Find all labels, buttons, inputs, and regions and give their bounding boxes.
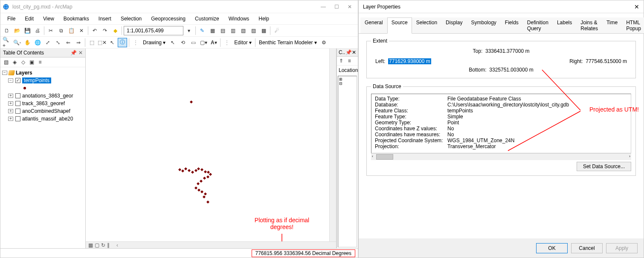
vertical-scrollbar[interactable] [329,49,336,241]
layer-item[interactable]: − ✓ tempPoints [2,77,84,84]
close-button[interactable]: ✕ [348,4,352,10]
checkbox-unchecked[interactable] [15,116,20,121]
tab-time[interactable]: Time [602,17,622,33]
back-icon[interactable]: ⇐ [64,38,73,47]
data-source-box[interactable]: Data Type:File Geodatabase Feature Class… [371,94,631,153]
pause-icon[interactable]: ∥ [107,242,110,248]
editor-toolbar-label[interactable]: Editor ▾ [232,40,253,46]
editor-toolbar-icon[interactable]: ✎ [197,26,207,35]
tab-fields[interactable]: Fields [501,17,523,33]
catalog-tab-label[interactable]: C.. [339,49,345,55]
model-builder-icon[interactable]: ▩ [259,26,268,35]
menu-view[interactable]: View [39,14,58,23]
select-features-icon[interactable]: ⬚ [87,38,96,47]
list-by-visibility-icon[interactable]: ◇ [19,58,27,66]
tree-root[interactable]: − Layers [2,69,84,77]
rect-icon[interactable]: ▢▾ [199,38,208,47]
extent-left-value[interactable]: 771629.938000 m [388,58,431,64]
tab-source[interactable]: Source [387,17,412,34]
tab-selection[interactable]: Selection [412,17,441,33]
delete-icon[interactable]: ✕ [77,26,86,35]
options-icon[interactable]: ≡ [36,58,44,66]
add-data-icon[interactable]: ◆ [110,26,120,35]
tab-symbology[interactable]: Symbology [467,17,500,33]
close-icon[interactable]: ✕ [634,3,639,10]
maximize-button[interactable]: ☐ [334,4,339,10]
tab-general[interactable]: General [360,17,387,33]
forward-icon[interactable]: ⇒ [74,38,83,47]
pin-icon[interactable]: 📌 [70,50,77,56]
full-extent-icon[interactable]: 🌐 [33,38,42,47]
scale-value[interactable] [126,27,181,34]
expand-icon[interactable]: ⊞ [339,77,356,81]
ds-horizontal-scrollbar[interactable]: ‹ › [371,153,631,160]
list-by-drawing-icon[interactable]: ▧ [2,58,10,66]
data-view-tab[interactable]: ▦ [88,242,93,248]
menu-geoprocessing[interactable]: Geoprocessing [147,14,190,23]
menu-file[interactable]: File [3,14,20,23]
rotate-icon[interactable]: ⟲ [178,38,188,47]
tab-definition-query[interactable]: Definition Query [523,17,553,33]
open-icon[interactable]: 📂 [12,26,22,35]
text-icon[interactable]: A▾ [209,38,218,47]
set-data-source-button[interactable]: Set Data Source... [577,162,631,171]
expand-icon[interactable]: + [8,109,13,113]
btm-toolbar-label[interactable]: Benthic Terrain Modeler ▾ [257,40,319,46]
layer-item[interactable]: + anotations_3863_geor [2,92,84,100]
python-icon[interactable]: ▨ [249,26,258,35]
collapse-icon[interactable]: − [8,78,13,83]
cancel-button[interactable]: Cancel [571,243,603,253]
collapse-icon[interactable]: − [2,71,7,75]
minimize-button[interactable]: — [321,4,326,10]
scroll-left-icon[interactable]: ‹ [116,242,118,248]
arctoolbox-icon[interactable]: ▧ [238,26,248,35]
checkbox-unchecked[interactable] [15,109,20,114]
paste-icon[interactable]: 📋 [67,26,76,35]
new-icon[interactable]: 🗋 [2,26,12,35]
close-icon[interactable]: ✕ [78,50,83,56]
table-icon[interactable]: ▦ [208,26,217,35]
checkbox-unchecked[interactable] [15,101,20,106]
cut-icon[interactable]: ✂ [46,26,55,35]
save-icon[interactable]: 💾 [23,26,32,35]
tab-joins-relates[interactable]: Joins & Relates [576,17,602,33]
checkbox-unchecked[interactable] [15,93,20,98]
zoom-out-icon[interactable]: 🔍- [12,38,22,47]
menu-windows[interactable]: Windows [224,14,254,23]
pointer-icon[interactable]: ↖ [168,38,177,47]
menu-customize[interactable]: Customize [191,14,223,23]
refresh-icon[interactable]: ↻ [101,242,105,248]
tab-labels[interactable]: Labels [553,17,576,33]
menu-insert[interactable]: Insert [94,14,116,23]
select-elements-icon[interactable]: ↖ [107,38,117,47]
menu-edit[interactable]: Edit [20,14,38,23]
layer-item[interactable]: + atlantis_massif_abe20 [2,115,84,123]
up-icon[interactable]: ⇑ [338,57,345,64]
menu-help[interactable]: Help [254,14,273,23]
redo-icon[interactable]: ↷ [100,26,110,35]
copy-icon[interactable]: ⧉ [56,26,66,35]
fixed-zoom-out-icon[interactable]: ⤡ [53,38,63,47]
scale-dropdown-icon[interactable]: ▾ [184,26,194,35]
list-by-selection-icon[interactable]: ▣ [28,58,35,66]
collapse-icon[interactable]: ⊟ [339,81,356,86]
ok-button[interactable]: OK [536,243,568,253]
catalog-tree[interactable]: ⊞ ⊟ [338,76,357,247]
list-by-source-icon[interactable]: ◈ [11,58,18,66]
drawing-toolbar-label[interactable]: Drawing ▾ [141,40,167,46]
search-icon[interactable]: ▥ [228,26,238,35]
zoom-in-icon[interactable]: 🔍+ [2,38,12,47]
scrollbar-thumb[interactable] [376,154,393,160]
expand-icon[interactable]: + [8,117,13,121]
horizontal-scrollbar[interactable]: ▦ ▢ ↻ ∥ ‹ [86,241,336,248]
launch-icon[interactable]: ☄ [272,26,281,35]
layer-item[interactable]: + track_3863_georef [2,100,84,107]
undo-icon[interactable]: ↶ [90,26,99,35]
fixed-zoom-in-icon[interactable]: ⤢ [43,38,52,47]
clear-selection-icon[interactable]: ⬚✕ [97,38,107,47]
identify-icon[interactable]: ⓘ [118,38,127,47]
menu-bookmarks[interactable]: Bookmarks [59,14,93,23]
apply-button[interactable]: Apply [606,243,638,253]
menu-selection[interactable]: Selection [116,14,146,23]
shape-icon[interactable]: ▭ [189,38,198,47]
